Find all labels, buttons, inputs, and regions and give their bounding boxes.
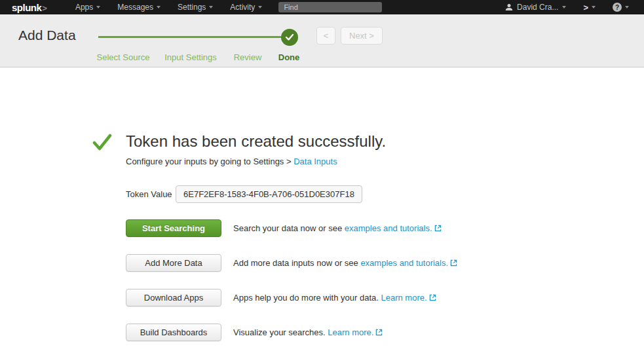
external-link-icon xyxy=(434,224,442,234)
splunk-app-window: splunk > Apps Messages Settings Activity xyxy=(0,0,644,353)
help-menu[interactable]: ? xyxy=(604,0,637,14)
help-icon: ? xyxy=(613,3,622,12)
token-value-field[interactable]: 6E7F2EF8-1583-4F0B-A706-051D0E307F18 xyxy=(176,185,362,203)
menu-activity-label: Activity xyxy=(230,3,255,12)
chevron-down-icon xyxy=(625,6,629,9)
action-description: Search your data now or see xyxy=(233,223,345,233)
step-review[interactable]: Review xyxy=(234,52,262,62)
data-inputs-link[interactable]: Data Inputs xyxy=(294,157,337,166)
build-dashboards-button[interactable]: Build Dashboards xyxy=(126,324,221,341)
splunk-logo-text: splunk xyxy=(12,2,41,13)
token-value-label: Token Value xyxy=(126,189,176,199)
action-row-add-more-data: Add More Data Add more data inputs now o… xyxy=(126,254,644,272)
external-link-icon xyxy=(450,259,457,269)
wizard-stepper: Select Source Input Settings Review Done xyxy=(98,29,298,65)
prev-button[interactable]: < xyxy=(316,27,335,45)
step-input-settings[interactable]: Input Settings xyxy=(164,52,217,62)
action-row-build-dashboards: Build Dashboards Visualize your searches… xyxy=(126,324,644,341)
start-searching-button[interactable]: Start Searching xyxy=(126,219,221,237)
subtext-prefix: Configure your inputs by going to Settin… xyxy=(126,157,294,166)
user-menu[interactable]: David Cra... xyxy=(497,0,575,14)
add-more-data-button[interactable]: Add More Data xyxy=(126,254,221,272)
top-navigation-bar: splunk > Apps Messages Settings Activity xyxy=(0,0,644,14)
next-button[interactable]: Next > xyxy=(341,27,383,45)
step-done: Done xyxy=(278,52,300,62)
menu-settings[interactable]: Settings xyxy=(169,0,221,14)
action-text: Search your data now or see examples and… xyxy=(233,223,442,234)
find-search-wrap xyxy=(278,2,382,12)
action-row-download-apps: Download Apps Apps help you do more with… xyxy=(126,289,644,307)
action-text: Visualize your searches. Learn more. xyxy=(233,327,383,338)
action-description: Visualize your searches. xyxy=(233,327,328,337)
menu-apps-label: Apps xyxy=(75,3,93,12)
arrow-menu[interactable]: > xyxy=(575,0,604,14)
step-select-source[interactable]: Select Source xyxy=(97,52,150,62)
topbar-right-group: David Cra... > ? xyxy=(497,0,644,14)
prev-next-group: < Next > xyxy=(316,27,383,45)
page-title: Add Data xyxy=(18,28,76,43)
success-headline: Token has been created successfully. xyxy=(126,132,644,151)
success-check-icon xyxy=(92,133,112,154)
learn-more-link[interactable]: Learn more. xyxy=(328,327,373,337)
download-apps-button[interactable]: Download Apps xyxy=(126,289,221,307)
action-text: Apps help you do more with your data. Le… xyxy=(233,293,436,303)
page-header: Add Data Select Source Input Settings Re… xyxy=(0,14,644,67)
splunk-logo[interactable]: splunk > xyxy=(12,2,47,13)
action-text: Add more data inputs now or see examples… xyxy=(233,258,457,269)
menu-settings-label: Settings xyxy=(178,3,206,12)
menu-apps[interactable]: Apps xyxy=(67,0,109,14)
action-row-start-searching: Start Searching Search your data now or … xyxy=(126,219,644,237)
stepper-progress-line xyxy=(98,36,290,38)
step-done-check-icon xyxy=(281,29,298,46)
arrow-menu-label: > xyxy=(583,3,588,12)
chevron-down-icon xyxy=(209,6,213,9)
token-row: Token Value 6E7F2EF8-1583-4F0B-A706-051D… xyxy=(126,185,644,203)
splunk-logo-caret: > xyxy=(42,3,47,13)
chevron-down-icon xyxy=(96,6,100,9)
action-description: Apps help you do more with your data. xyxy=(233,293,381,303)
learn-more-link[interactable]: Learn more. xyxy=(381,293,426,303)
action-description: Add more data inputs now or see xyxy=(233,258,360,268)
chevron-down-icon xyxy=(592,6,596,9)
person-icon xyxy=(505,3,513,11)
chevron-down-icon xyxy=(562,6,566,9)
chevron-down-icon xyxy=(258,6,262,9)
user-name: David Cra... xyxy=(517,3,558,12)
success-subtext: Configure your inputs by going to Settin… xyxy=(126,157,644,166)
external-link-icon xyxy=(429,293,436,303)
menu-messages-label: Messages xyxy=(117,3,153,12)
examples-tutorials-link[interactable]: examples and tutorials. xyxy=(345,223,432,233)
chevron-down-icon xyxy=(157,6,161,9)
menu-activity[interactable]: Activity xyxy=(221,0,271,14)
external-link-icon xyxy=(375,328,383,338)
main-content: Token has been created successfully. Con… xyxy=(0,67,644,341)
menu-messages[interactable]: Messages xyxy=(109,0,169,14)
examples-tutorials-link[interactable]: examples and tutorials. xyxy=(360,258,448,268)
find-search-input[interactable] xyxy=(278,2,382,12)
